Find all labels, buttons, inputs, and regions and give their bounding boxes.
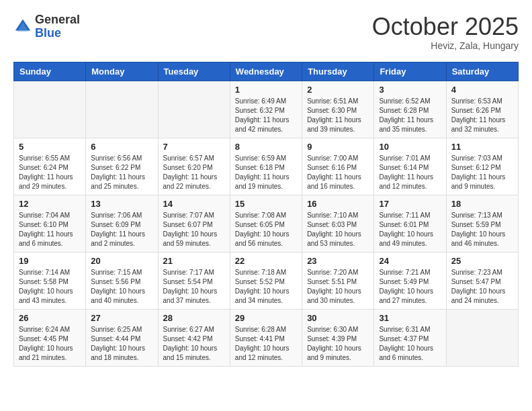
location: Heviz, Zala, Hungary <box>372 40 519 51</box>
calendar-cell: 23Sunrise: 7:20 AM Sunset: 5:51 PM Dayli… <box>302 252 374 309</box>
weekday-header: Wednesday <box>230 62 302 81</box>
day-content: Sunrise: 6:56 AM Sunset: 6:22 PM Dayligh… <box>91 154 152 191</box>
day-content: Sunrise: 7:15 AM Sunset: 5:56 PM Dayligh… <box>91 268 152 306</box>
day-number: 24 <box>379 256 441 266</box>
calendar-cell: 6Sunrise: 6:56 AM Sunset: 6:22 PM Daylig… <box>86 138 158 195</box>
day-number: 19 <box>19 256 81 266</box>
day-content: Sunrise: 7:17 AM Sunset: 5:54 PM Dayligh… <box>163 268 225 306</box>
day-content: Sunrise: 7:14 AM Sunset: 5:58 PM Dayligh… <box>19 268 81 306</box>
weekday-header: Sunday <box>14 62 86 81</box>
day-content: Sunrise: 6:30 AM Sunset: 4:39 PM Dayligh… <box>307 325 369 363</box>
day-content: Sunrise: 7:07 AM Sunset: 6:07 PM Dayligh… <box>163 211 225 248</box>
day-content: Sunrise: 7:04 AM Sunset: 6:10 PM Dayligh… <box>19 211 81 248</box>
calendar-cell: 26Sunrise: 6:24 AM Sunset: 4:45 PM Dayli… <box>14 309 86 366</box>
calendar-cell: 4Sunrise: 6:53 AM Sunset: 6:26 PM Daylig… <box>446 81 518 138</box>
calendar-cell: 31Sunrise: 6:31 AM Sunset: 4:37 PM Dayli… <box>374 309 446 366</box>
day-number: 21 <box>163 256 225 266</box>
calendar-cell: 25Sunrise: 7:23 AM Sunset: 5:47 PM Dayli… <box>446 252 518 309</box>
calendar-cell: 17Sunrise: 7:11 AM Sunset: 6:01 PM Dayli… <box>374 195 446 252</box>
day-content: Sunrise: 6:59 AM Sunset: 6:18 PM Dayligh… <box>235 154 297 191</box>
day-content: Sunrise: 6:52 AM Sunset: 6:28 PM Dayligh… <box>379 97 441 134</box>
calendar-week-row: 12Sunrise: 7:04 AM Sunset: 6:10 PM Dayli… <box>14 195 519 252</box>
weekday-header: Tuesday <box>158 62 230 81</box>
calendar-cell: 8Sunrise: 6:59 AM Sunset: 6:18 PM Daylig… <box>230 138 302 195</box>
day-content: Sunrise: 6:55 AM Sunset: 6:24 PM Dayligh… <box>19 154 81 191</box>
day-content: Sunrise: 7:01 AM Sunset: 6:14 PM Dayligh… <box>379 154 441 191</box>
day-content: Sunrise: 6:31 AM Sunset: 4:37 PM Dayligh… <box>379 325 441 363</box>
day-number: 27 <box>91 313 152 323</box>
day-content: Sunrise: 6:28 AM Sunset: 4:41 PM Dayligh… <box>235 325 297 363</box>
day-content: Sunrise: 7:18 AM Sunset: 5:52 PM Dayligh… <box>235 268 297 306</box>
day-number: 31 <box>379 313 441 323</box>
day-number: 29 <box>235 313 297 323</box>
day-number: 20 <box>91 256 152 266</box>
day-content: Sunrise: 7:00 AM Sunset: 6:16 PM Dayligh… <box>307 154 369 191</box>
day-content: Sunrise: 7:10 AM Sunset: 6:03 PM Dayligh… <box>307 211 369 248</box>
day-number: 7 <box>163 142 225 152</box>
day-number: 12 <box>19 199 81 209</box>
calendar-cell: 21Sunrise: 7:17 AM Sunset: 5:54 PM Dayli… <box>158 252 230 309</box>
calendar-cell: 1Sunrise: 6:49 AM Sunset: 6:32 PM Daylig… <box>230 81 302 138</box>
calendar-cell: 14Sunrise: 7:07 AM Sunset: 6:07 PM Dayli… <box>158 195 230 252</box>
day-content: Sunrise: 6:49 AM Sunset: 6:32 PM Dayligh… <box>235 97 297 134</box>
day-number: 1 <box>235 85 297 95</box>
calendar-cell: 5Sunrise: 6:55 AM Sunset: 6:24 PM Daylig… <box>14 138 86 195</box>
calendar-cell: 30Sunrise: 6:30 AM Sunset: 4:39 PM Dayli… <box>302 309 374 366</box>
logo-general: General <box>35 13 80 26</box>
calendar-cell: 16Sunrise: 7:10 AM Sunset: 6:03 PM Dayli… <box>302 195 374 252</box>
day-number: 3 <box>379 85 441 95</box>
title-block: October 2025 Heviz, Zala, Hungary <box>372 13 519 51</box>
day-content: Sunrise: 7:23 AM Sunset: 5:47 PM Dayligh… <box>451 268 513 306</box>
day-number: 4 <box>451 85 513 95</box>
day-content: Sunrise: 7:08 AM Sunset: 6:05 PM Dayligh… <box>235 211 297 248</box>
logo-icon <box>13 17 32 36</box>
calendar-cell: 28Sunrise: 6:27 AM Sunset: 4:42 PM Dayli… <box>158 309 230 366</box>
calendar-cell: 22Sunrise: 7:18 AM Sunset: 5:52 PM Dayli… <box>230 252 302 309</box>
calendar-week-row: 1Sunrise: 6:49 AM Sunset: 6:32 PM Daylig… <box>14 81 519 138</box>
day-number: 28 <box>163 313 225 323</box>
day-number: 5 <box>19 142 81 152</box>
day-number: 14 <box>163 199 225 209</box>
calendar-cell <box>86 81 158 138</box>
calendar-cell: 18Sunrise: 7:13 AM Sunset: 5:59 PM Dayli… <box>446 195 518 252</box>
day-number: 16 <box>307 199 369 209</box>
calendar-cell: 13Sunrise: 7:06 AM Sunset: 6:09 PM Dayli… <box>86 195 158 252</box>
calendar-cell: 19Sunrise: 7:14 AM Sunset: 5:58 PM Dayli… <box>14 252 86 309</box>
calendar-cell: 24Sunrise: 7:21 AM Sunset: 5:49 PM Dayli… <box>374 252 446 309</box>
calendar-cell: 27Sunrise: 6:25 AM Sunset: 4:44 PM Dayli… <box>86 309 158 366</box>
day-number: 10 <box>379 142 441 152</box>
calendar-week-row: 26Sunrise: 6:24 AM Sunset: 4:45 PM Dayli… <box>14 309 519 366</box>
calendar-cell <box>14 81 86 138</box>
calendar-week-row: 19Sunrise: 7:14 AM Sunset: 5:58 PM Dayli… <box>14 252 519 309</box>
logo-blue: Blue <box>35 26 61 40</box>
calendar-header-row: SundayMondayTuesdayWednesdayThursdayFrid… <box>14 62 519 81</box>
day-number: 23 <box>307 256 369 266</box>
day-number: 22 <box>235 256 297 266</box>
day-content: Sunrise: 6:57 AM Sunset: 6:20 PM Dayligh… <box>163 154 225 191</box>
day-number: 15 <box>235 199 297 209</box>
weekday-header: Saturday <box>446 62 518 81</box>
calendar-cell: 29Sunrise: 6:28 AM Sunset: 4:41 PM Dayli… <box>230 309 302 366</box>
day-number: 9 <box>307 142 369 152</box>
day-number: 6 <box>91 142 152 152</box>
day-content: Sunrise: 7:03 AM Sunset: 6:12 PM Dayligh… <box>451 154 513 191</box>
calendar-body: 1Sunrise: 6:49 AM Sunset: 6:32 PM Daylig… <box>14 81 519 366</box>
calendar-cell: 2Sunrise: 6:51 AM Sunset: 6:30 PM Daylig… <box>302 81 374 138</box>
calendar-cell: 10Sunrise: 7:01 AM Sunset: 6:14 PM Dayli… <box>374 138 446 195</box>
calendar-cell: 9Sunrise: 7:00 AM Sunset: 6:16 PM Daylig… <box>302 138 374 195</box>
calendar-week-row: 5Sunrise: 6:55 AM Sunset: 6:24 PM Daylig… <box>14 138 519 195</box>
calendar-cell: 12Sunrise: 7:04 AM Sunset: 6:10 PM Dayli… <box>14 195 86 252</box>
day-content: Sunrise: 6:24 AM Sunset: 4:45 PM Dayligh… <box>19 325 81 363</box>
calendar-table: SundayMondayTuesdayWednesdayThursdayFrid… <box>13 62 519 367</box>
logo: General Blue <box>13 13 80 40</box>
calendar-cell: 15Sunrise: 7:08 AM Sunset: 6:05 PM Dayli… <box>230 195 302 252</box>
day-content: Sunrise: 6:27 AM Sunset: 4:42 PM Dayligh… <box>163 325 225 363</box>
day-content: Sunrise: 7:11 AM Sunset: 6:01 PM Dayligh… <box>379 211 441 248</box>
day-content: Sunrise: 7:20 AM Sunset: 5:51 PM Dayligh… <box>307 268 369 306</box>
day-content: Sunrise: 7:13 AM Sunset: 5:59 PM Dayligh… <box>451 211 513 248</box>
day-number: 11 <box>451 142 513 152</box>
day-content: Sunrise: 7:21 AM Sunset: 5:49 PM Dayligh… <box>379 268 441 306</box>
page-header: General Blue October 2025 Heviz, Zala, H… <box>13 13 519 51</box>
weekday-header: Thursday <box>302 62 374 81</box>
day-content: Sunrise: 6:25 AM Sunset: 4:44 PM Dayligh… <box>91 325 152 363</box>
